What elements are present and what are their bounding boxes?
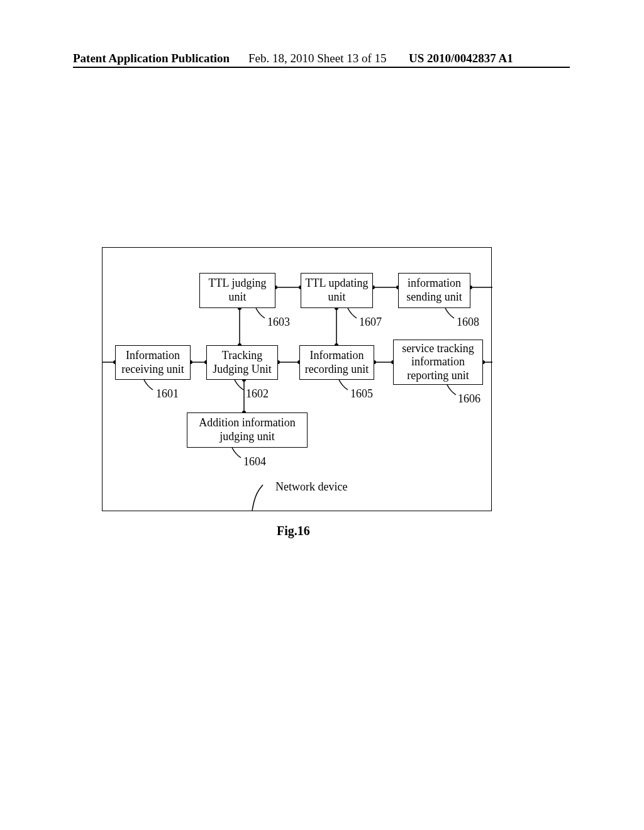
ttl-judging-unit-box: TTL judging unit [199, 273, 275, 308]
network-device-container: TTL judging unit TTL updating unit infor… [102, 247, 492, 511]
network-device-label: Network device [275, 480, 347, 494]
ref-1605: 1605 [350, 387, 373, 401]
information-sending-unit-label: information sending unit [399, 277, 470, 304]
header-rule [73, 67, 570, 68]
ref-1603: 1603 [267, 316, 290, 329]
information-recording-unit-box: Information recording unit [299, 345, 374, 380]
addition-information-judging-unit-box: Addition information judging unit [187, 412, 308, 448]
ref-1608: 1608 [457, 316, 479, 329]
ref-1602: 1602 [246, 387, 269, 401]
ref-1606: 1606 [458, 392, 480, 406]
ref-1604: 1604 [243, 455, 266, 468]
tracking-judging-unit-label: Tracking Judging Unit [207, 349, 277, 376]
header-publication: Patent Application Publication [73, 52, 230, 65]
information-sending-unit-box: information sending unit [398, 273, 470, 308]
header-patent-number: US 2010/0042837 A1 [409, 52, 513, 65]
ref-1601: 1601 [156, 387, 179, 401]
header-date-sheet: Feb. 18, 2010 Sheet 13 of 15 [248, 52, 387, 65]
ttl-updating-unit-label: TTL updating unit [301, 277, 372, 304]
ttl-judging-unit-label: TTL judging unit [200, 277, 275, 304]
information-receiving-unit-label: Information receiving unit [116, 349, 190, 376]
tracking-judging-unit-box: Tracking Judging Unit [206, 345, 278, 380]
figure-caption: Fig.16 [277, 524, 310, 538]
information-receiving-unit-box: Information receiving unit [115, 345, 191, 380]
service-tracking-info-reporting-unit-label: service tracking information reporting u… [394, 342, 482, 383]
information-recording-unit-label: Information recording unit [300, 349, 374, 376]
ttl-updating-unit-box: TTL updating unit [301, 273, 373, 308]
service-tracking-info-reporting-unit-box: service tracking information reporting u… [393, 340, 483, 385]
addition-information-judging-unit-label: Addition information judging unit [187, 416, 307, 443]
ref-1607: 1607 [359, 316, 382, 329]
